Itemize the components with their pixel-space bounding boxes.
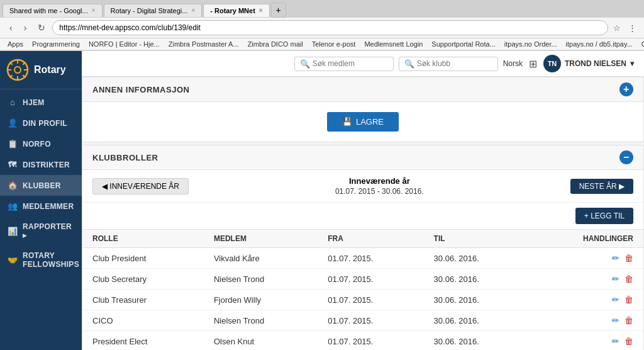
fellowships-icon: 🤝	[8, 256, 18, 265]
bookmark-itpays-order[interactable]: itpays.no Order...	[502, 40, 560, 48]
new-tab-button[interactable]: +	[271, 3, 286, 18]
edit-icon[interactable]: ✏	[612, 336, 619, 346]
sidebar-item-klubber[interactable]: 🏠 KLUBBER	[0, 175, 82, 196]
edit-icon[interactable]: ✏	[612, 274, 619, 284]
sidebar-item-hjem-label: HJEM	[23, 98, 45, 107]
table-row: President Elect Olsen Knut 01.07. 2015. …	[82, 331, 643, 351]
annen-informasjon-toggle[interactable]: +	[619, 82, 633, 96]
profile-icon: 👤	[8, 118, 18, 128]
cell-til: 30.06. 2016.	[424, 331, 530, 351]
distrikter-icon: 🗺	[8, 160, 18, 169]
sidebar-item-rotary-fellowships[interactable]: 🤝 ROTARY FELLOWSHIPS	[0, 246, 82, 274]
roles-table-header: ROLLE MEDLEM FRA TIL HANDLINGER	[82, 230, 643, 248]
sidebar-item-klubber-label: KLUBBER	[23, 181, 61, 190]
bookmark-norfo[interactable]: NORFO | Editor - Hje...	[86, 40, 162, 48]
delete-icon[interactable]: 🗑	[625, 274, 633, 284]
search-club-input[interactable]	[417, 59, 492, 68]
tab-1-label: Shared with me - Googl...	[9, 7, 88, 14]
save-button[interactable]: 💾 LAGRE	[327, 112, 399, 132]
cell-fra: 01.07. 2015.	[318, 310, 423, 331]
col-medlem: MEDLEM	[204, 230, 318, 248]
bookmark-apps[interactable]: Apps	[5, 40, 26, 48]
search-member-icon: 🔍	[300, 59, 310, 69]
sidebar-item-norfo[interactable]: 📋 NORFO	[0, 133, 82, 154]
klubbroller-toggle[interactable]: −	[619, 150, 633, 164]
sidebar-item-rapporter[interactable]: 📊 RAPPORTER ▸	[0, 217, 82, 246]
edit-icon[interactable]: ✏	[612, 295, 619, 305]
grid-icon[interactable]: ⊞	[529, 58, 537, 70]
year-label: Inneværende år	[335, 176, 424, 186]
username-label: TROND NIELSEN	[565, 59, 626, 68]
prev-year-button[interactable]: ◀ INNEVÆRENDE ÅR	[92, 178, 189, 195]
sidebar-item-medlemmer-label: MEDLEMMER	[23, 202, 74, 211]
bookmark-zimbra-post[interactable]: Zimbra Postmaster A...	[166, 40, 242, 48]
top-bar: 🔍 🔍 Norsk ⊞ TN TROND NIELSEN ▾	[82, 51, 644, 77]
sidebar-logo-text: Rotary	[34, 64, 66, 76]
sidebar-item-hjem[interactable]: ⌂ HJEM	[0, 92, 82, 113]
next-year-button[interactable]: NESTE ÅR ▶	[570, 179, 633, 194]
annen-informasjon-title: ANNEN INFORMASJON	[92, 85, 189, 94]
settings-button[interactable]: ⋮	[626, 22, 639, 34]
delete-icon[interactable]: 🗑	[625, 315, 633, 325]
roles-table: ROLLE MEDLEM FRA TIL HANDLINGER Club Pre…	[82, 229, 643, 350]
col-rolle: ROLLE	[82, 230, 204, 248]
star-button[interactable]: ☆	[611, 22, 623, 34]
delete-icon[interactable]: 🗑	[625, 336, 633, 346]
tab-1[interactable]: Shared with me - Googl... ×	[3, 4, 103, 17]
search-club-icon: 🔍	[404, 59, 414, 69]
bookmark-zimbra-dico[interactable]: Zimbra DICO mail	[245, 40, 306, 48]
back-button[interactable]: ‹	[5, 21, 17, 35]
sidebar-item-fellowships-label: ROTARY FELLOWSHIPS	[23, 251, 79, 269]
language-selector[interactable]: Norsk	[503, 59, 523, 68]
tab-3-close[interactable]: ×	[259, 7, 263, 14]
tab-2-close[interactable]: ×	[191, 7, 195, 14]
edit-icon[interactable]: ✏	[612, 315, 619, 325]
sidebar-item-din-profil[interactable]: 👤 DIN PROFIL	[0, 113, 82, 133]
tab-bar: Shared with me - Googl... × Rotary - Dig…	[0, 0, 644, 18]
cell-rolle: President Elect	[82, 331, 204, 351]
table-row: Club Secretary Nielsen Trond 01.07. 2015…	[82, 269, 643, 290]
tab-2-label: Rotary - Digital Strategi...	[111, 7, 188, 14]
sidebar-item-rapporter-label: RAPPORTER ▸	[23, 222, 74, 240]
sidebar-item-medlemmer[interactable]: 👥 MEDLEMMER	[0, 196, 82, 217]
tab-1-close[interactable]: ×	[92, 7, 96, 14]
delete-icon[interactable]: 🗑	[625, 253, 633, 263]
sidebar: Rotary ⌂ HJEM 👤 DIN PROFIL 📋 NORFO 🗺 DIS…	[0, 51, 82, 350]
sidebar-item-distrikter[interactable]: 🗺 DISTRIKTER	[0, 154, 82, 175]
edit-icon[interactable]: ✏	[612, 253, 619, 263]
bookmark-google-fonts[interactable]: Google Fonts	[639, 40, 644, 48]
search-member-box: 🔍	[294, 57, 394, 71]
tab-3[interactable]: - Rotary MNet ×	[203, 4, 269, 17]
bookmark-supportportal[interactable]: Supportportal Rota...	[429, 40, 498, 48]
bookmark-medlemsnett[interactable]: Medlemsnett Login	[362, 40, 425, 48]
cell-handlinger: ✏ 🗑	[530, 269, 643, 290]
cell-rolle: Club Secretary	[82, 269, 204, 290]
tab-2[interactable]: Rotary - Digital Strategi... ×	[104, 4, 203, 17]
bookmark-itpays-db5[interactable]: itpays.no / db5.itpay...	[564, 40, 635, 48]
app: Rotary ⌂ HJEM 👤 DIN PROFIL 📋 NORFO 🗺 DIS…	[0, 51, 644, 350]
medlemmer-icon: 👥	[8, 201, 18, 211]
avatar: TN	[543, 55, 561, 72]
roles-nav: ◀ INNEVÆRENDE ÅR Inneværende år 01.07. 2…	[82, 170, 643, 203]
add-role-button[interactable]: + LEGG TIL	[575, 208, 633, 224]
table-row: Club President Vikvald Kåre 01.07. 2015.…	[82, 248, 643, 269]
forward-button[interactable]: ›	[19, 21, 31, 35]
cell-til: 30.06. 2016.	[424, 269, 530, 290]
add-row: + LEGG TIL	[82, 203, 643, 229]
cell-rolle: Club Treasurer	[82, 290, 204, 310]
refresh-button[interactable]: ↻	[33, 21, 50, 35]
bookmark-telenor[interactable]: Telenor e-post	[309, 40, 358, 48]
col-handlinger: HANDLINGER	[530, 230, 643, 248]
klubbroller-section: KLUBBROLLER − ◀ INNEVÆRENDE ÅR Inneværen…	[82, 145, 644, 350]
klubbroller-title: KLUBBROLLER	[92, 153, 158, 162]
tab-3-label: - Rotary MNet	[210, 7, 255, 14]
search-club-box: 🔍	[399, 57, 498, 71]
col-til: TIL	[424, 230, 530, 248]
bookmark-programmering[interactable]: Programmering	[30, 40, 82, 48]
search-member-input[interactable]	[313, 59, 388, 68]
url-bar[interactable]	[52, 20, 608, 35]
delete-icon[interactable]: 🗑	[625, 295, 633, 305]
user-chevron-icon[interactable]: ▾	[630, 59, 634, 68]
cell-medlem: Nielsen Trond	[204, 310, 318, 331]
roles-table-body: Club President Vikvald Kåre 01.07. 2015.…	[82, 248, 643, 351]
